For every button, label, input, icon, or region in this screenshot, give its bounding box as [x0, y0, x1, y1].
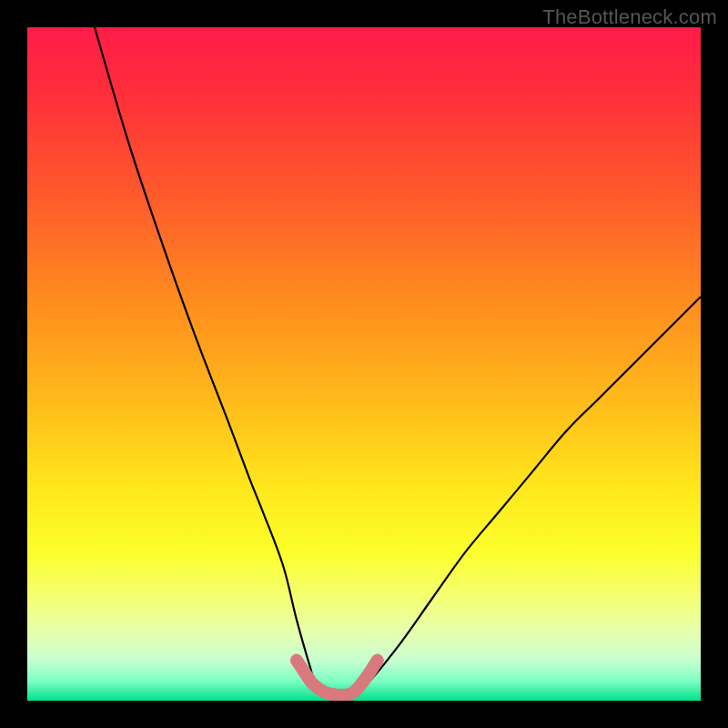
- watermark-text: TheBottleneck.com: [542, 5, 717, 29]
- gradient-background: [27, 27, 701, 701]
- plot-area: [27, 27, 701, 701]
- chart-svg: [27, 27, 701, 701]
- chart-frame: TheBottleneck.com: [0, 0, 728, 728]
